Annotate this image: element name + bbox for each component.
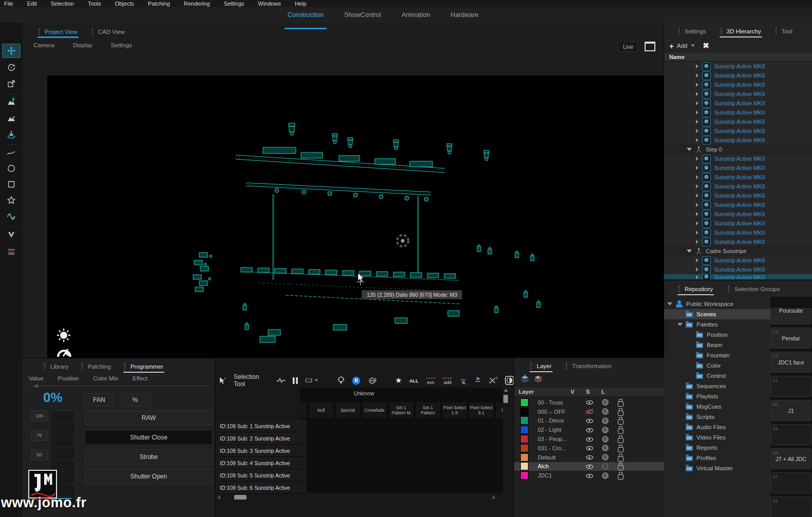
visibility-eye-icon[interactable]: [586, 453, 594, 461]
hierarchy-tree-row[interactable]: Sunstrip Active MKII: [664, 154, 812, 163]
pause-icon[interactable]: [293, 375, 298, 386]
collapse-arrow-icon[interactable]: [687, 148, 692, 151]
repository-tree-item[interactable]: Sequences: [664, 381, 772, 391]
repository-tree-item[interactable]: MsgCues: [664, 401, 772, 412]
main-tab[interactable]: ShowControl: [342, 10, 383, 26]
attribute-tab[interactable]: Position: [58, 375, 79, 381]
hierarchy-tree-row[interactable]: Sunstrip Active MKII: [664, 182, 812, 191]
window-icon[interactable]: [645, 42, 655, 51]
expand-arrow-icon[interactable]: [696, 275, 698, 279]
selection-tool-icon[interactable]: [218, 375, 226, 386]
add-button[interactable]: Add: [677, 43, 687, 49]
close-icon[interactable]: ✖: [703, 41, 709, 50]
panel-tab[interactable]: Programmer: [123, 362, 164, 371]
hierarchy-tree-row[interactable]: Sunstrip Active MKII: [664, 99, 812, 108]
expand-arrow-icon[interactable]: [696, 175, 698, 179]
palette-button[interactable]: Crossfade: [362, 401, 387, 419]
delete-layer-icon[interactable]: [534, 375, 543, 384]
drop-to-floor-tool[interactable]: [2, 127, 21, 142]
solo-icon[interactable]: [602, 472, 609, 479]
hierarchy-tree-row[interactable]: Sunstrip Active MKII: [664, 200, 812, 209]
menu-item[interactable]: Windows: [258, 1, 281, 7]
hierarchy-tree-row[interactable]: Sunstrip Active MKII: [664, 274, 812, 280]
hierarchy-tree-row[interactable]: Sunstrip Active MKII: [664, 163, 812, 173]
fader-tick-75[interactable]: 75: [31, 430, 48, 441]
panel-tab[interactable]: 3D Hierarchy: [720, 27, 762, 35]
viewport-tab[interactable]: Project View: [37, 27, 79, 36]
fader-tick-100[interactable]: 100: [31, 410, 48, 422]
layer-row[interactable]: 031 - Cro...: [514, 444, 664, 453]
hierarchy-tree-row[interactable]: Sunstrip Active MKII: [664, 136, 812, 145]
expand-arrow-icon[interactable]: [696, 203, 698, 207]
curve-function-tool[interactable]: [2, 209, 21, 223]
select-add-button[interactable]: •+•+ add: [443, 375, 452, 386]
attribute-tab[interactable]: Effect: [133, 375, 147, 381]
raise-selection-icon[interactable]: [460, 375, 467, 386]
repository-tree-item[interactable]: Playlists: [664, 391, 772, 401]
viewport-tab[interactable]: CAD View: [91, 27, 126, 36]
collapse-arrow-icon[interactable]: [687, 250, 692, 253]
hierarchy-tree-row[interactable]: Cadre Sunstripe: [664, 246, 812, 256]
lock-column-header[interactable]: L: [601, 389, 605, 395]
repository-tree-item[interactable]: Scenes: [664, 309, 772, 319]
hierarchy-tree-row[interactable]: Sunstrip Active MKII: [664, 89, 812, 99]
expand-arrow-icon[interactable]: [696, 258, 698, 262]
layer-color-swatch[interactable]: [520, 462, 528, 470]
menu-item[interactable]: Selection: [51, 1, 74, 7]
programmer-action-button[interactable]: Shutter Open: [85, 469, 213, 484]
lock-icon[interactable]: [618, 447, 624, 452]
expand-arrow-icon[interactable]: [696, 166, 698, 170]
programmer-action-button[interactable]: Strobe: [85, 449, 213, 465]
lock-icon[interactable]: [618, 401, 624, 407]
executor-button[interactable]: 13 Pendar: [770, 328, 811, 349]
rotate-globe-icon[interactable]: [368, 375, 376, 386]
scroll-up-icon[interactable]: [504, 389, 508, 392]
hierarchy-tree-row[interactable]: Sunstrip Active MKII: [664, 256, 812, 265]
repository-tree-item[interactable]: Audio Files: [664, 422, 772, 432]
repository-tree-item[interactable]: Reports: [664, 443, 772, 453]
layer-row[interactable]: 00 - Truss: [514, 398, 664, 407]
repository-tree-item[interactable]: Video Files: [664, 432, 772, 443]
menu-item[interactable]: Edit: [27, 1, 37, 7]
expand-arrow-icon[interactable]: [696, 92, 698, 96]
main-tab[interactable]: Animation: [400, 10, 432, 26]
truss-cart-tool[interactable]: [2, 244, 21, 258]
expand-arrow-icon[interactable]: [696, 184, 698, 188]
expand-arrow-icon[interactable]: [696, 231, 698, 235]
layer-row[interactable]: JDC1: [514, 471, 664, 480]
add-icon[interactable]: +: [669, 42, 674, 50]
star-favorites-icon[interactable]: ★: [395, 375, 402, 386]
layer-color-swatch[interactable]: [520, 453, 528, 462]
layer-color-swatch[interactable]: [520, 435, 528, 443]
expand-arrow-icon[interactable]: [696, 221, 698, 225]
palette-button[interactable]: P Sele: [495, 401, 503, 419]
layer-column-header[interactable]: Layer: [519, 389, 534, 395]
palette-button[interactable]: Set 1 Pattern: [415, 401, 441, 419]
lock-icon[interactable]: [618, 465, 624, 470]
fly-path-tool[interactable]: [2, 227, 21, 242]
executor-button[interactable]: 17 JDC1 face: [770, 352, 811, 373]
executor-button[interactable]: Poursuite: [770, 308, 811, 324]
contrast-icon[interactable]: [505, 375, 514, 386]
panel-tab[interactable]: Library: [43, 362, 69, 371]
panel-tab[interactable]: Layer: [530, 361, 553, 370]
menu-item[interactable]: Patching: [148, 1, 170, 7]
fader-tick-50[interactable]: 50: [31, 449, 48, 461]
palette-button[interactable]: Set 1 Pattern M: [388, 401, 414, 419]
fixture-sublist-row[interactable]: ID:109 Sub: 5 Sunstrip Active: [216, 469, 307, 482]
attribute-tab[interactable]: Color Mix: [93, 375, 118, 381]
hierarchy-tree-row[interactable]: Sunstrip Active MKII: [664, 71, 812, 80]
expand-arrow-icon[interactable]: [696, 64, 698, 68]
executor-button[interactable]: 25 J1: [770, 400, 811, 421]
repository-tree-item[interactable]: Position: [664, 330, 772, 340]
vertical-scrollbar[interactable]: [503, 389, 509, 493]
hierarchy-tree-row[interactable]: Sunstrip Active MKII: [664, 126, 812, 136]
visibility-eye-icon[interactable]: [586, 472, 594, 480]
visibility-eye-icon[interactable]: [586, 408, 594, 415]
hierarchy-tree-row[interactable]: Sunstrip Active MKII: [664, 117, 812, 126]
signal-icon[interactable]: [276, 375, 286, 386]
c3-preset-dropdown[interactable]: C3: [305, 375, 319, 386]
programmer-action-button[interactable]: RAW: [85, 410, 213, 426]
panel-tab[interactable]: Settings: [677, 27, 707, 35]
sun-icon[interactable]: [56, 328, 71, 342]
